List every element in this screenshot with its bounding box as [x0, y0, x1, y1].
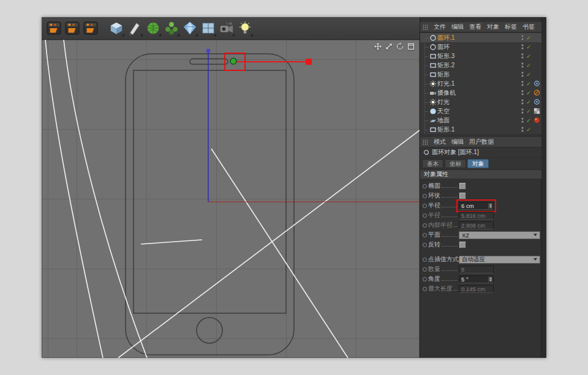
visibility-dots[interactable]: [521, 72, 524, 77]
value-field[interactable]: 6 cm: [459, 202, 494, 210]
object-item-11[interactable]: 矩形.1✓: [420, 125, 541, 134]
om-menu-item-2[interactable]: 编辑: [451, 23, 464, 31]
value-field[interactable]: 5 °: [459, 275, 494, 283]
spline-curve[interactable]: [118, 130, 420, 358]
object-item-2[interactable]: 圆环✓: [420, 42, 541, 51]
toggle-view-icon[interactable]: [407, 42, 415, 50]
spline-curve[interactable]: [141, 240, 202, 244]
key-dot-icon[interactable]: [423, 204, 427, 208]
camera-tool-icon[interactable]: [218, 20, 235, 37]
object-name[interactable]: 矩形.2: [437, 61, 454, 70]
object-name[interactable]: 天空: [437, 107, 450, 116]
grip-icon[interactable]: [423, 24, 428, 30]
environment-tool-icon[interactable]: [200, 20, 217, 37]
zoom-view-icon[interactable]: [385, 42, 393, 50]
object-name[interactable]: 地面: [437, 116, 450, 125]
object-name[interactable]: 灯光: [437, 98, 450, 106]
enabled-check-icon[interactable]: ✓: [526, 90, 532, 96]
grip-icon[interactable]: [423, 139, 428, 145]
rotate-view-icon[interactable]: [396, 42, 404, 50]
key-dot-icon[interactable]: [423, 213, 427, 218]
enabled-check-icon[interactable]: ✓: [526, 62, 532, 69]
enabled-check-icon[interactable]: ✓: [526, 53, 532, 59]
key-dot-icon[interactable]: [423, 277, 427, 281]
object-item-7[interactable]: 摄像机✓: [420, 88, 541, 97]
autokey-icon[interactable]: [64, 20, 81, 37]
visibility-dots[interactable]: [521, 81, 524, 86]
key-dot-icon[interactable]: [423, 223, 427, 228]
object-name[interactable]: 灯光.1: [437, 80, 454, 88]
visibility-dots[interactable]: [521, 35, 524, 40]
om-menu-item-5[interactable]: 标签: [505, 23, 517, 31]
key-dot-icon[interactable]: [423, 184, 427, 188]
om-menu-item-6[interactable]: 书签: [522, 23, 535, 31]
om-menu-item-1[interactable]: 文件: [434, 23, 446, 31]
checkbox[interactable]: [459, 192, 466, 199]
object-name[interactable]: 圆环.1: [437, 34, 454, 42]
object-item-3[interactable]: 矩形.3✓: [420, 51, 541, 61]
key-dot-icon[interactable]: [423, 258, 427, 262]
visibility-dots[interactable]: [521, 127, 524, 132]
stepper-arrows[interactable]: [488, 277, 492, 282]
enabled-check-icon[interactable]: ✓: [526, 44, 532, 50]
key-dot-icon[interactable]: [423, 267, 427, 272]
visibility-dots[interactable]: [521, 90, 524, 95]
object-name[interactable]: 摄像机: [437, 89, 456, 97]
am-menu-item-2[interactable]: 编辑: [451, 138, 464, 146]
spline-curve[interactable]: [211, 149, 348, 358]
om-menu-item-3[interactable]: 查看: [469, 23, 481, 31]
object-name[interactable]: 矩形.1: [437, 125, 454, 134]
array-generator-tool-icon[interactable]: [163, 20, 180, 37]
slash-tag-icon[interactable]: [533, 89, 541, 97]
axis-handle-dot[interactable]: [306, 59, 312, 65]
om-menu-item-4[interactable]: 对象: [487, 23, 499, 31]
key-dot-icon[interactable]: [423, 194, 427, 198]
panel-scrollbar[interactable]: [541, 17, 546, 358]
target-tag-icon[interactable]: [533, 98, 541, 106]
sphere-tag-icon[interactable]: [533, 117, 541, 124]
spline-pen-tool-icon[interactable]: [126, 20, 143, 37]
pan-view-icon[interactable]: [374, 42, 382, 50]
tab-2[interactable]: 坐标: [445, 159, 466, 168]
primitive-cube-tool-icon[interactable]: [108, 20, 125, 37]
spline-curve[interactable]: [64, 40, 147, 358]
dropdown[interactable]: XZ: [459, 231, 540, 239]
enabled-check-icon[interactable]: ✓: [526, 127, 532, 133]
am-menu-item-3[interactable]: 用户数据: [469, 138, 494, 146]
object-item-5[interactable]: 矩形✓: [420, 70, 541, 79]
object-name[interactable]: 圆环: [437, 43, 450, 51]
object-item-10[interactable]: 地面✓: [420, 116, 541, 125]
object-name[interactable]: 矩形: [437, 70, 450, 79]
enabled-check-icon[interactable]: ✓: [526, 81, 532, 87]
am-menu-item-1[interactable]: 模式: [434, 138, 446, 146]
enabled-check-icon[interactable]: ✓: [526, 108, 532, 114]
checker-tag-icon[interactable]: [533, 108, 541, 115]
deformer-tool-icon[interactable]: [181, 20, 198, 37]
object-item-1[interactable]: 圆环.1✓: [420, 33, 541, 42]
object-item-6[interactable]: 灯光.1✓: [420, 79, 541, 88]
target-tag-icon[interactable]: [533, 80, 541, 87]
visibility-dots[interactable]: [521, 53, 524, 59]
stepper-arrows[interactable]: [488, 203, 492, 209]
subdivision-surface-tool-icon[interactable]: [145, 20, 162, 37]
viewport[interactable]: [42, 40, 420, 358]
visibility-dots[interactable]: [521, 62, 524, 68]
enabled-check-icon[interactable]: ✓: [526, 117, 532, 124]
visibility-dots[interactable]: [521, 44, 524, 50]
tab-1[interactable]: 基本: [422, 159, 443, 168]
key-dot-icon[interactable]: [423, 287, 427, 291]
checkbox[interactable]: [459, 182, 466, 190]
enabled-check-icon[interactable]: ✓: [526, 72, 532, 78]
key-dot-icon[interactable]: [423, 233, 427, 237]
checkbox[interactable]: [459, 241, 466, 248]
object-item-4[interactable]: 矩形.2✓: [420, 61, 541, 70]
keyframe-options-icon[interactable]: [82, 20, 99, 37]
visibility-dots[interactable]: [521, 99, 524, 105]
object-name[interactable]: 矩形.3: [437, 52, 454, 61]
record-keyframe-icon[interactable]: [45, 20, 62, 37]
object-item-8[interactable]: 灯光✓: [420, 97, 541, 106]
enabled-check-icon[interactable]: ✓: [526, 35, 532, 41]
visibility-dots[interactable]: [521, 117, 524, 123]
spline-curve[interactable]: [45, 40, 103, 358]
light-tool-icon[interactable]: [236, 20, 254, 37]
